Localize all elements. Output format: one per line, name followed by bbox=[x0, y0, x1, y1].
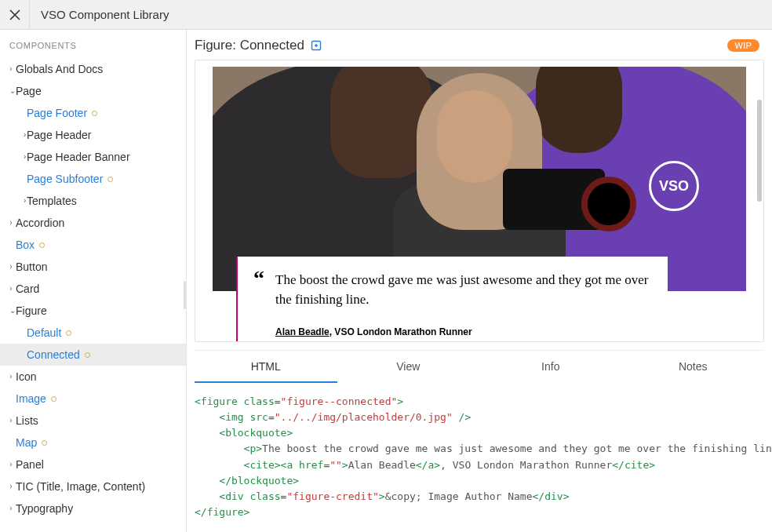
chevron-icon: › bbox=[6, 483, 13, 490]
sidebar-item-label: Page Header bbox=[27, 129, 92, 140]
sidebar-item-box[interactable]: Box bbox=[0, 234, 186, 256]
sidebar-item-label: Card bbox=[16, 283, 39, 294]
chevron-icon: ⌄ bbox=[6, 87, 13, 95]
sidebar-item-image[interactable]: Image bbox=[0, 388, 186, 410]
close-button[interactable] bbox=[0, 0, 30, 30]
figure-connected: VSO “ The boost the crowd gave me was ju… bbox=[213, 67, 746, 342]
sidebar-item-lists[interactable]: ›Lists bbox=[0, 410, 186, 432]
close-icon bbox=[9, 9, 20, 20]
status-badge: WIP bbox=[727, 39, 759, 52]
sidebar-item-templates[interactable]: ›Templates bbox=[0, 190, 186, 212]
content-pane: Figure: Connected WIP VSO bbox=[187, 30, 772, 532]
sidebar-item-label: TIC (Title, Image, Content) bbox=[16, 481, 145, 492]
code-tabs: HTMLViewInfoNotes bbox=[195, 350, 764, 383]
open-new-window-button[interactable] bbox=[311, 40, 322, 51]
topbar: VSO Component Library bbox=[0, 0, 772, 30]
status-dot-icon bbox=[51, 396, 56, 402]
content-header: Figure: Connected WIP bbox=[187, 30, 772, 60]
preview-pane[interactable]: VSO “ The boost the crowd gave me was ju… bbox=[195, 60, 764, 342]
preview-scrollbar[interactable] bbox=[757, 100, 762, 202]
sidebar-item-label: Figure bbox=[16, 305, 47, 316]
quote-mark-icon: “ bbox=[253, 266, 264, 291]
status-dot-icon bbox=[107, 177, 113, 182]
sidebar-item-default[interactable]: Default bbox=[0, 322, 186, 344]
chevron-icon: › bbox=[6, 197, 24, 205]
status-dot-icon bbox=[39, 242, 45, 248]
chevron-icon: › bbox=[6, 417, 13, 425]
sidebar-heading: COMPONENTS bbox=[0, 30, 186, 58]
sidebar-item-figure[interactable]: ⌄Figure bbox=[0, 300, 186, 322]
sidebar-item-page-header-banner[interactable]: ›Page Header Banner bbox=[0, 146, 186, 168]
vso-logo: VSO bbox=[649, 161, 699, 211]
chevron-icon: › bbox=[6, 65, 13, 73]
code-pane[interactable]: <figure class="figure--connected"> <img … bbox=[187, 383, 772, 532]
sidebar-item-label: Image bbox=[16, 393, 46, 404]
chevron-icon: › bbox=[6, 219, 13, 227]
sidebar-item-page-header[interactable]: ›Page Header bbox=[0, 124, 186, 146]
tab-html[interactable]: HTML bbox=[195, 351, 337, 383]
sidebar-item-label: Page Header Banner bbox=[27, 151, 130, 162]
sidebar-item-label: Icon bbox=[16, 371, 36, 382]
sidebar-item-icon[interactable]: ›Icon bbox=[0, 366, 186, 388]
chevron-icon: › bbox=[6, 285, 13, 293]
chevron-icon: › bbox=[6, 153, 24, 161]
chevron-icon: › bbox=[6, 263, 13, 271]
chevron-icon: › bbox=[6, 131, 24, 139]
cite-link[interactable]: Alan Beadle bbox=[275, 326, 330, 337]
status-dot-icon bbox=[66, 330, 71, 336]
quote-text: The boost the crowd gave me was just awe… bbox=[275, 271, 654, 309]
sidebar-item-panel[interactable]: ›Panel bbox=[0, 454, 186, 476]
cite-role: , VSO London Marathon Runner bbox=[330, 326, 472, 337]
sidebar-item-typography[interactable]: ›Typography bbox=[0, 497, 186, 519]
sidebar-item-label: Default bbox=[27, 327, 61, 338]
sidebar-item-map[interactable]: Map bbox=[0, 432, 186, 454]
sidebar-item-label: Globals And Docs bbox=[16, 64, 103, 75]
sidebar-item-button[interactable]: ›Button bbox=[0, 256, 186, 278]
sidebar-item-tic-title-image-content-[interactable]: ›TIC (Title, Image, Content) bbox=[0, 476, 186, 497]
sidebar-item-label: Templates bbox=[27, 195, 77, 206]
chevron-icon: › bbox=[6, 505, 13, 512]
tab-view[interactable]: View bbox=[337, 351, 480, 383]
chevron-icon: › bbox=[6, 373, 13, 381]
sidebar-item-card[interactable]: ›Card bbox=[0, 278, 186, 300]
page-title: Figure: Connected bbox=[195, 38, 304, 53]
sidebar-item-label: Typography bbox=[16, 503, 73, 514]
open-external-icon bbox=[311, 40, 322, 51]
sidebar-item-label: Page Footer bbox=[27, 107, 87, 118]
sidebar-item-connected[interactable]: Connected bbox=[0, 344, 186, 366]
chevron-icon: › bbox=[6, 461, 13, 468]
sidebar-item-label: Page bbox=[16, 86, 42, 97]
quote-citation: Alan Beadle, VSO London Marathon Runner bbox=[275, 326, 654, 337]
chevron-icon: ⌄ bbox=[6, 307, 13, 315]
sidebar-item-page-footer[interactable]: Page Footer bbox=[0, 102, 186, 124]
sidebar: COMPONENTS ›Globals And Docs⌄PagePage Fo… bbox=[0, 30, 187, 532]
sidebar-item-label: Page Subfooter bbox=[27, 173, 103, 184]
status-dot-icon bbox=[85, 352, 90, 358]
sidebar-item-label: Button bbox=[16, 261, 47, 272]
tab-notes[interactable]: Notes bbox=[622, 351, 765, 383]
sidebar-item-label: Connected bbox=[27, 349, 80, 360]
status-dot-icon bbox=[92, 111, 97, 116]
sidebar-item-label: Map bbox=[16, 437, 37, 448]
sidebar-item-globals-and-docs[interactable]: ›Globals And Docs bbox=[0, 58, 186, 80]
sidebar-splitter[interactable] bbox=[184, 281, 186, 309]
sidebar-item-label: Panel bbox=[16, 459, 44, 470]
status-dot-icon bbox=[42, 440, 47, 446]
sidebar-item-page-subfooter[interactable]: Page Subfooter bbox=[0, 168, 186, 190]
app-title: VSO Component Library bbox=[30, 8, 169, 21]
sidebar-item-label: Accordion bbox=[16, 217, 64, 228]
sidebar-item-page[interactable]: ⌄Page bbox=[0, 80, 186, 102]
sidebar-item-label: Lists bbox=[16, 415, 38, 426]
sidebar-item-label: Box bbox=[16, 239, 35, 250]
sidebar-item-accordion[interactable]: ›Accordion bbox=[0, 212, 186, 234]
blockquote: “ The boost the crowd gave me was just a… bbox=[236, 257, 668, 342]
tab-info[interactable]: Info bbox=[479, 351, 622, 383]
